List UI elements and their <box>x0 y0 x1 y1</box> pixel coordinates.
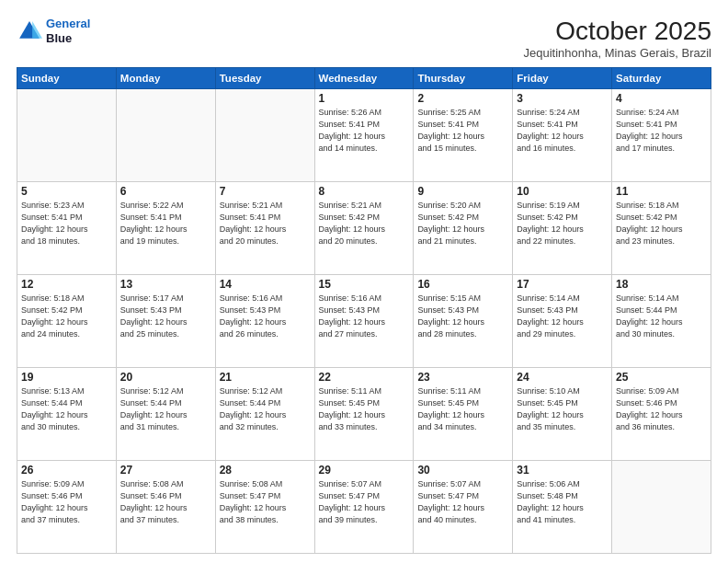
day-number: 12 <box>21 278 112 291</box>
calendar-cell: 14Sunrise: 5:16 AM Sunset: 5:43 PM Dayli… <box>215 275 314 368</box>
day-number: 23 <box>417 371 508 384</box>
day-number: 29 <box>319 464 410 477</box>
week-row-4: 19Sunrise: 5:13 AM Sunset: 5:44 PM Dayli… <box>17 368 711 461</box>
day-number: 25 <box>616 371 707 384</box>
day-info: Sunrise: 5:25 AM Sunset: 5:41 PM Dayligh… <box>417 107 508 155</box>
month-title: October 2025 <box>524 17 712 46</box>
day-number: 30 <box>417 464 508 477</box>
week-row-5: 26Sunrise: 5:09 AM Sunset: 5:46 PM Dayli… <box>17 461 711 554</box>
day-number: 6 <box>120 185 211 198</box>
day-number: 2 <box>417 92 508 105</box>
day-number: 9 <box>417 185 508 198</box>
day-info: Sunrise: 5:16 AM Sunset: 5:43 PM Dayligh… <box>319 293 410 340</box>
calendar-cell: 4Sunrise: 5:24 AM Sunset: 5:41 PM Daylig… <box>612 89 711 182</box>
day-number: 16 <box>417 278 508 291</box>
calendar-cell: 21Sunrise: 5:12 AM Sunset: 5:44 PM Dayli… <box>215 368 314 461</box>
day-number: 21 <box>220 371 311 384</box>
day-number: 31 <box>517 464 608 477</box>
day-info: Sunrise: 5:07 AM Sunset: 5:47 PM Dayligh… <box>319 478 410 526</box>
calendar-cell: 23Sunrise: 5:11 AM Sunset: 5:45 PM Dayli… <box>414 368 513 461</box>
day-info: Sunrise: 5:22 AM Sunset: 5:41 PM Dayligh… <box>120 200 211 247</box>
calendar-cell: 17Sunrise: 5:14 AM Sunset: 5:43 PM Dayli… <box>513 275 612 368</box>
calendar-cell: 28Sunrise: 5:08 AM Sunset: 5:47 PM Dayli… <box>215 461 314 554</box>
day-number: 15 <box>319 278 410 291</box>
calendar-cell: 19Sunrise: 5:13 AM Sunset: 5:44 PM Dayli… <box>17 368 117 461</box>
day-info: Sunrise: 5:11 AM Sunset: 5:45 PM Dayligh… <box>417 385 508 433</box>
weekday-header-tuesday: Tuesday <box>215 68 314 89</box>
day-info: Sunrise: 5:09 AM Sunset: 5:46 PM Dayligh… <box>21 478 112 526</box>
calendar-cell: 26Sunrise: 5:09 AM Sunset: 5:46 PM Dayli… <box>17 461 117 554</box>
calendar-cell: 25Sunrise: 5:09 AM Sunset: 5:46 PM Dayli… <box>612 368 711 461</box>
day-info: Sunrise: 5:21 AM Sunset: 5:41 PM Dayligh… <box>220 200 311 247</box>
calendar-cell <box>116 89 215 182</box>
day-number: 13 <box>120 278 211 291</box>
day-info: Sunrise: 5:14 AM Sunset: 5:43 PM Dayligh… <box>517 293 608 340</box>
calendar-cell: 29Sunrise: 5:07 AM Sunset: 5:47 PM Dayli… <box>314 461 414 554</box>
calendar-cell <box>17 89 117 182</box>
day-info: Sunrise: 5:13 AM Sunset: 5:44 PM Dayligh… <box>21 385 112 433</box>
day-number: 8 <box>319 185 410 198</box>
day-info: Sunrise: 5:08 AM Sunset: 5:46 PM Dayligh… <box>120 478 211 526</box>
weekday-header-saturday: Saturday <box>612 68 711 89</box>
day-number: 22 <box>319 371 410 384</box>
day-info: Sunrise: 5:18 AM Sunset: 5:42 PM Dayligh… <box>616 200 707 247</box>
day-number: 5 <box>21 185 112 198</box>
weekday-header-thursday: Thursday <box>414 68 513 89</box>
logo: General Blue <box>17 17 90 45</box>
weekday-header-wednesday: Wednesday <box>314 68 414 89</box>
calendar-cell: 3Sunrise: 5:24 AM Sunset: 5:41 PM Daylig… <box>513 89 612 182</box>
day-number: 20 <box>120 371 211 384</box>
day-info: Sunrise: 5:20 AM Sunset: 5:42 PM Dayligh… <box>417 200 508 247</box>
day-info: Sunrise: 5:24 AM Sunset: 5:41 PM Dayligh… <box>517 107 608 155</box>
weekday-header-friday: Friday <box>513 68 612 89</box>
calendar-cell: 27Sunrise: 5:08 AM Sunset: 5:46 PM Dayli… <box>116 461 215 554</box>
title-block: October 2025 Jequitinhonha, Minas Gerais… <box>524 17 712 60</box>
calendar-cell: 18Sunrise: 5:14 AM Sunset: 5:44 PM Dayli… <box>612 275 711 368</box>
calendar-cell: 2Sunrise: 5:25 AM Sunset: 5:41 PM Daylig… <box>414 89 513 182</box>
calendar-cell: 7Sunrise: 5:21 AM Sunset: 5:41 PM Daylig… <box>215 182 314 275</box>
day-info: Sunrise: 5:09 AM Sunset: 5:46 PM Dayligh… <box>616 385 707 433</box>
calendar-cell: 15Sunrise: 5:16 AM Sunset: 5:43 PM Dayli… <box>314 275 414 368</box>
weekday-header-monday: Monday <box>116 68 215 89</box>
calendar-cell: 30Sunrise: 5:07 AM Sunset: 5:47 PM Dayli… <box>414 461 513 554</box>
calendar-cell: 8Sunrise: 5:21 AM Sunset: 5:42 PM Daylig… <box>314 182 414 275</box>
day-number: 14 <box>220 278 311 291</box>
day-info: Sunrise: 5:14 AM Sunset: 5:44 PM Dayligh… <box>616 293 707 340</box>
calendar-cell: 6Sunrise: 5:22 AM Sunset: 5:41 PM Daylig… <box>116 182 215 275</box>
calendar-cell <box>215 89 314 182</box>
calendar-cell: 12Sunrise: 5:18 AM Sunset: 5:42 PM Dayli… <box>17 275 117 368</box>
day-number: 17 <box>517 278 608 291</box>
week-row-2: 5Sunrise: 5:23 AM Sunset: 5:41 PM Daylig… <box>17 182 711 275</box>
calendar-cell: 9Sunrise: 5:20 AM Sunset: 5:42 PM Daylig… <box>414 182 513 275</box>
calendar-cell: 10Sunrise: 5:19 AM Sunset: 5:42 PM Dayli… <box>513 182 612 275</box>
calendar-cell: 11Sunrise: 5:18 AM Sunset: 5:42 PM Dayli… <box>612 182 711 275</box>
day-info: Sunrise: 5:11 AM Sunset: 5:45 PM Dayligh… <box>319 385 410 433</box>
calendar-cell: 16Sunrise: 5:15 AM Sunset: 5:43 PM Dayli… <box>414 275 513 368</box>
day-number: 1 <box>319 92 410 105</box>
day-number: 4 <box>616 92 707 105</box>
weekday-header-sunday: Sunday <box>17 68 117 89</box>
calendar-cell: 24Sunrise: 5:10 AM Sunset: 5:45 PM Dayli… <box>513 368 612 461</box>
day-number: 18 <box>616 278 707 291</box>
calendar-cell <box>612 461 711 554</box>
day-info: Sunrise: 5:12 AM Sunset: 5:44 PM Dayligh… <box>220 385 311 433</box>
calendar-cell: 13Sunrise: 5:17 AM Sunset: 5:43 PM Dayli… <box>116 275 215 368</box>
day-number: 7 <box>220 185 311 198</box>
day-number: 28 <box>220 464 311 477</box>
day-number: 10 <box>517 185 608 198</box>
day-info: Sunrise: 5:18 AM Sunset: 5:42 PM Dayligh… <box>21 293 112 340</box>
calendar-cell: 5Sunrise: 5:23 AM Sunset: 5:41 PM Daylig… <box>17 182 117 275</box>
week-row-3: 12Sunrise: 5:18 AM Sunset: 5:42 PM Dayli… <box>17 275 711 368</box>
day-info: Sunrise: 5:12 AM Sunset: 5:44 PM Dayligh… <box>120 385 211 433</box>
calendar-cell: 1Sunrise: 5:26 AM Sunset: 5:41 PM Daylig… <box>314 89 414 182</box>
day-info: Sunrise: 5:24 AM Sunset: 5:41 PM Dayligh… <box>616 107 707 155</box>
day-number: 27 <box>120 464 211 477</box>
day-number: 24 <box>517 371 608 384</box>
week-row-1: 1Sunrise: 5:26 AM Sunset: 5:41 PM Daylig… <box>17 89 711 182</box>
day-info: Sunrise: 5:10 AM Sunset: 5:45 PM Dayligh… <box>517 385 608 433</box>
calendar-table: SundayMondayTuesdayWednesdayThursdayFrid… <box>17 67 711 554</box>
day-info: Sunrise: 5:21 AM Sunset: 5:42 PM Dayligh… <box>319 200 410 247</box>
day-number: 26 <box>21 464 112 477</box>
logo-icon <box>17 18 42 44</box>
day-number: 11 <box>616 185 707 198</box>
